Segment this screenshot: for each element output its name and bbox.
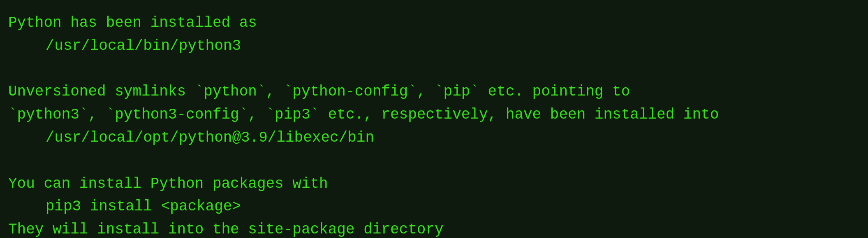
terminal-line: Unversioned symlinks `python`, `python-c… bbox=[8, 80, 860, 103]
terminal-line: You can install Python packages with bbox=[8, 173, 860, 196]
terminal-line: /usr/local/opt/python@3.9/libexec/bin bbox=[8, 126, 860, 149]
blank-line bbox=[8, 149, 860, 173]
terminal-line: Python has been installed as bbox=[8, 12, 860, 35]
blank-line bbox=[8, 58, 860, 81]
terminal-line: They will install into the site-package … bbox=[8, 218, 860, 238]
terminal-line: /usr/local/bin/python3 bbox=[8, 35, 860, 58]
terminal-output: Python has been installed as /usr/local/… bbox=[0, 0, 868, 238]
terminal-line: pip3 install <package> bbox=[8, 195, 860, 218]
terminal-line: `python3`, `python3-config`, `pip3` etc.… bbox=[8, 103, 860, 126]
